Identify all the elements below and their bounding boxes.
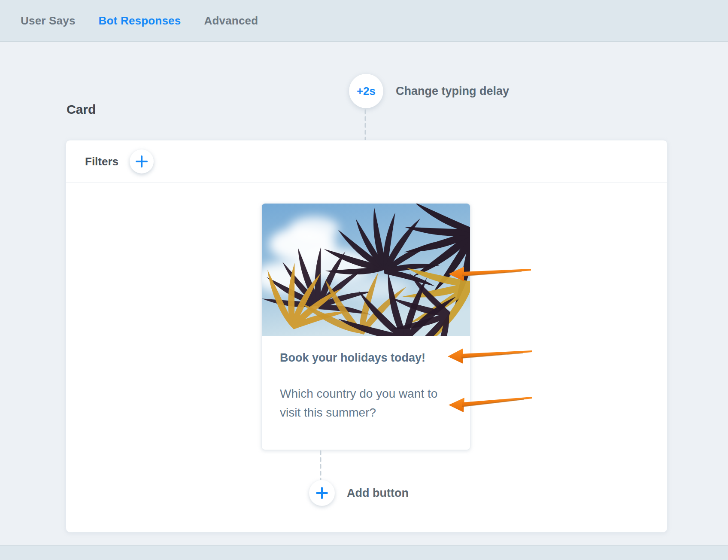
- typing-delay-value: +2s: [357, 85, 376, 98]
- plus-icon: [315, 487, 328, 499]
- tab-bar: User Says Bot Responses Advanced: [0, 0, 728, 42]
- bottom-section-edge: [0, 545, 728, 560]
- card-subtitle[interactable]: Which country do you want to visit this …: [280, 384, 452, 422]
- plus-icon: [135, 155, 148, 168]
- tab-advanced[interactable]: Advanced: [204, 14, 258, 27]
- palm-trees-image[interactable]: [262, 204, 470, 336]
- bot-response-editor: User Says Bot Responses Advanced +2s Cha…: [0, 0, 728, 560]
- filters-label: Filters: [85, 155, 118, 168]
- add-button-label[interactable]: Add button: [347, 486, 409, 500]
- filters-bar: Filters: [66, 140, 667, 183]
- add-button[interactable]: [309, 480, 335, 506]
- typing-delay-badge[interactable]: +2s: [349, 74, 383, 108]
- change-typing-delay-label[interactable]: Change typing delay: [396, 84, 509, 98]
- dashed-connector-top: [363, 109, 368, 140]
- card-title[interactable]: Book your holidays today!: [280, 351, 452, 365]
- add-filter-button[interactable]: [130, 149, 154, 173]
- page-title: Card: [67, 102, 96, 117]
- bot-response-card: Book your holidays today! Which country …: [261, 203, 470, 450]
- tab-user-says[interactable]: User Says: [21, 14, 76, 27]
- tab-bot-responses[interactable]: Bot Responses: [99, 14, 181, 27]
- card-editor-panel: Filters: [66, 140, 667, 533]
- card-body: Book your holidays today! Which country …: [262, 336, 470, 422]
